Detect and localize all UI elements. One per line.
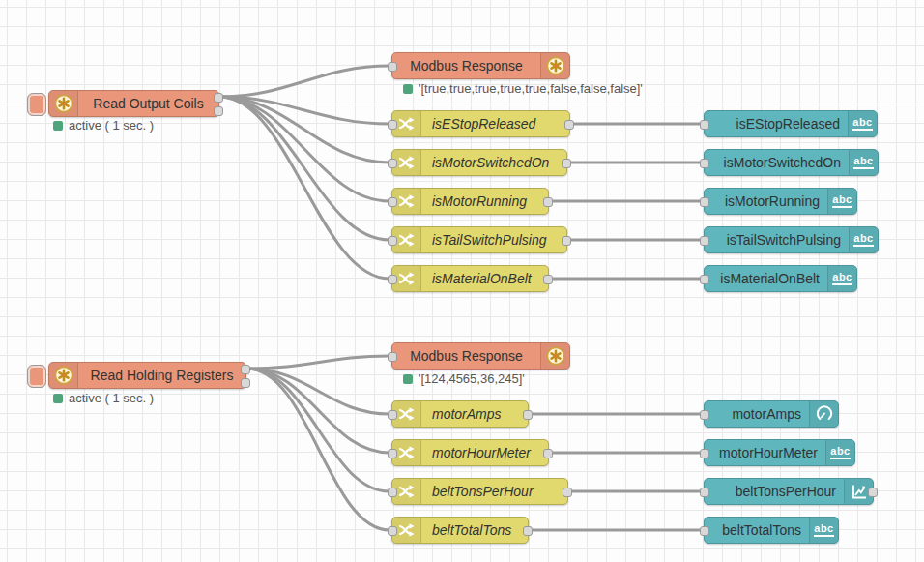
output-port[interactable]: [563, 488, 572, 497]
status-dot-icon: [403, 374, 413, 384]
node-switch-isestopreleased[interactable]: isEStopReleased: [391, 110, 570, 137]
gauge-icon: [809, 401, 838, 427]
node-read-holding-registers[interactable]: Read Holding Registers: [48, 362, 246, 389]
input-port[interactable]: [388, 410, 397, 420]
node-ui-belttonsperhour[interactable]: beltTonsPerHour: [704, 478, 874, 505]
wire[interactable]: [219, 66, 390, 97]
input-port[interactable]: [700, 526, 709, 536]
status-dot-icon: [53, 394, 63, 403]
input-port[interactable]: [388, 449, 397, 458]
node-label: beltTonsPerHour: [705, 479, 844, 504]
node-label: beltTotalTons: [421, 518, 528, 543]
wire[interactable]: [219, 97, 390, 240]
node-switch-ismaterialonbelt[interactable]: isMaterialOnBelt: [391, 265, 549, 292]
node-ui-istailswitchpulsing[interactable]: isTailSwitchPulsing abc: [704, 226, 879, 253]
node-label: isEStopReleased: [421, 111, 569, 136]
node-ui-motoramps[interactable]: motorAmps: [704, 400, 839, 428]
node-ui-ismaterialonbelt[interactable]: isMaterialOnBelt abc: [704, 265, 857, 292]
output-port[interactable]: [562, 236, 571, 246]
abc-icon: abc: [849, 150, 878, 175]
output-port[interactable]: [523, 410, 533, 420]
node-ui-motorhourmeter[interactable]: motorHourMeter abc: [704, 439, 855, 466]
abc-icon: abc: [809, 518, 838, 543]
input-port[interactable]: [700, 236, 709, 246]
node-label: isMaterialOnBelt: [705, 266, 827, 291]
node-switch-motoramps[interactable]: motorAmps: [391, 400, 529, 428]
input-port[interactable]: [388, 352, 397, 362]
node-label: motorHourMeter: [421, 440, 548, 465]
input-port[interactable]: [700, 197, 709, 207]
node-modbus-response-bottom[interactable]: Modbus Response: [391, 342, 570, 370]
input-port[interactable]: [388, 120, 397, 130]
input-port[interactable]: [388, 197, 397, 207]
wire[interactable]: [246, 356, 390, 369]
input-port[interactable]: [388, 159, 397, 168]
status-text: '[124,4565,36,245]': [419, 371, 525, 386]
input-port[interactable]: [388, 275, 397, 284]
abc-icon: abc: [848, 111, 877, 136]
status-dot-icon: [403, 84, 413, 94]
node-switch-istailswitchpulsing[interactable]: isTailSwitchPulsing: [391, 226, 567, 253]
output-port[interactable]: [543, 197, 553, 207]
output-port[interactable]: [868, 488, 878, 497]
input-port[interactable]: [388, 488, 397, 497]
input-port[interactable]: [700, 449, 709, 458]
node-switch-ismotorrunning[interactable]: isMotorRunning: [391, 188, 549, 215]
node-button[interactable]: [27, 365, 46, 388]
status-text: '[true,true,true,true,true,false,false,f…: [419, 81, 643, 96]
input-port[interactable]: [700, 275, 709, 284]
output-port[interactable]: [241, 378, 250, 388]
node-label: beltTotalTons: [705, 518, 809, 543]
output-port[interactable]: [214, 93, 223, 103]
node-label: isTailSwitchPulsing: [705, 227, 849, 252]
modbus-icon: [49, 91, 78, 116]
output-port[interactable]: [562, 159, 571, 168]
output-port[interactable]: [543, 449, 553, 458]
input-port[interactable]: [700, 120, 709, 130]
output-port[interactable]: [543, 275, 553, 284]
node-ui-isestopreleased[interactable]: isEStopReleased abc: [704, 110, 878, 137]
modbus-icon: [540, 53, 569, 78]
node-modbus-response-top[interactable]: Modbus Response: [391, 52, 570, 79]
node-ui-belttotaltons[interactable]: beltTotalTons abc: [704, 517, 839, 544]
node-label: Read Holding Registers: [78, 363, 245, 388]
node-ui-ismotorswitchedon[interactable]: isMotorSwitchedOn abc: [704, 149, 879, 176]
node-label: Modbus Response: [392, 343, 540, 369]
node-button[interactable]: [27, 93, 46, 116]
abc-icon: abc: [825, 440, 854, 465]
output-port[interactable]: [214, 106, 223, 116]
input-port[interactable]: [700, 159, 709, 168]
node-switch-belttonsperhour[interactable]: beltTonsPerHour: [391, 478, 568, 505]
node-switch-ismotorswitchedon[interactable]: isMotorSwitchedOn: [391, 149, 567, 176]
node-label: isMotorSwitchedOn: [705, 150, 849, 175]
output-port[interactable]: [241, 365, 250, 374]
node-label: motorHourMeter: [705, 440, 825, 465]
node-label: motorAmps: [705, 401, 809, 427]
input-port[interactable]: [388, 236, 397, 246]
node-ui-ismotorrunning[interactable]: isMotorRunning abc: [704, 188, 857, 215]
modbus-icon: [49, 363, 78, 388]
wire[interactable]: [246, 369, 390, 491]
flow-canvas[interactable]: Read Output Coils active ( 1 sec. ) Modb…: [0, 0, 924, 562]
node-status: active ( 1 sec. ): [53, 118, 154, 133]
output-port[interactable]: [523, 526, 533, 536]
abc-icon: abc: [827, 189, 856, 214]
input-port[interactable]: [700, 488, 709, 497]
input-port[interactable]: [388, 526, 397, 536]
output-port[interactable]: [564, 120, 574, 130]
node-label: isMotorRunning: [421, 189, 548, 214]
node-label: isMotorSwitchedOn: [421, 150, 566, 175]
abc-icon: abc: [827, 266, 856, 291]
node-label: isEStopReleased: [705, 111, 848, 136]
node-label: motorAmps: [421, 401, 528, 427]
status-text: active ( 1 sec. ): [69, 391, 154, 405]
node-label: Modbus Response: [392, 53, 540, 78]
node-label: isMaterialOnBelt: [421, 266, 548, 291]
abc-icon: abc: [849, 227, 878, 252]
node-status: '[true,true,true,true,true,false,false,f…: [403, 81, 643, 96]
node-read-output-coils[interactable]: Read Output Coils: [48, 90, 219, 117]
input-port[interactable]: [700, 410, 709, 420]
input-port[interactable]: [388, 62, 397, 72]
node-switch-motorhourmeter[interactable]: motorHourMeter: [391, 439, 549, 466]
node-switch-belttotaltons[interactable]: beltTotalTons: [391, 517, 529, 544]
